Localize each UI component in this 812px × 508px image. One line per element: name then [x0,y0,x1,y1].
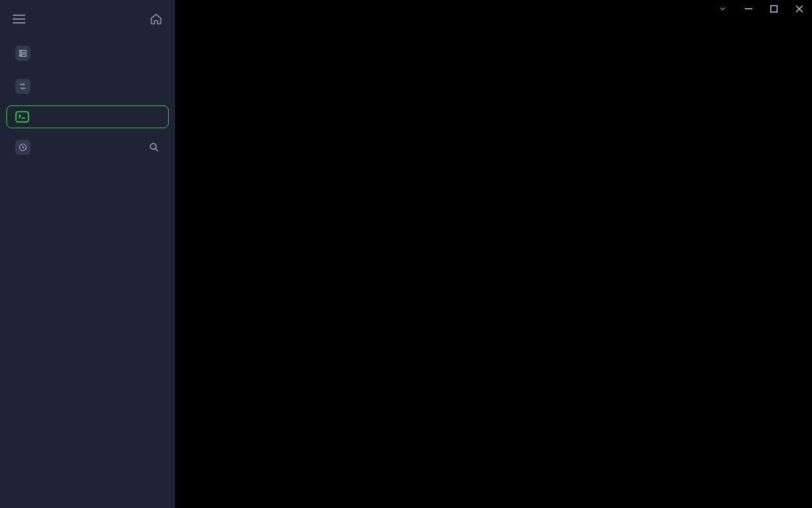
history-icon [15,140,30,155]
hosts-icon [15,46,30,61]
svg-rect-7 [745,8,752,10]
svg-rect-4 [16,112,29,122]
window-controls [709,0,812,18]
terminal-icon [15,111,29,123]
chevron-down-icon[interactable] [718,4,727,13]
nav-history[interactable] [6,133,169,161]
menu-icon[interactable] [13,15,25,23]
close-icon[interactable] [796,5,803,13]
sidebar [0,0,175,508]
active-session-tab[interactable] [6,105,169,128]
minimize-icon[interactable] [745,5,752,13]
svg-point-2 [21,51,22,52]
svg-rect-8 [771,6,777,12]
nav-hosts[interactable] [6,39,169,67]
terminal[interactable] [175,0,812,508]
port-forwarding-icon [15,79,30,94]
svg-point-6 [150,144,156,149]
nav-port-forwarding[interactable] [6,72,169,100]
search-icon[interactable] [148,142,160,153]
home-icon[interactable] [150,13,162,25]
svg-point-3 [21,55,22,55]
maximize-icon[interactable] [770,5,778,13]
